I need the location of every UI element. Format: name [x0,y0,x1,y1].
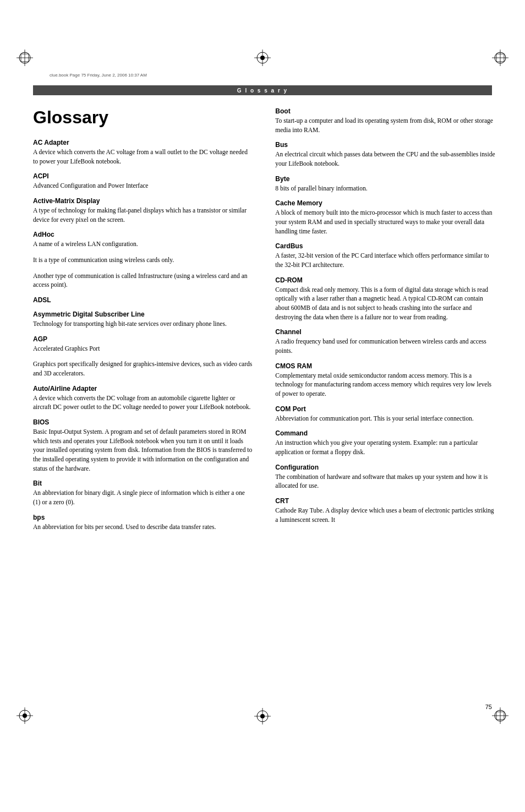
entry-definition: Advanced Configuration and Power Interfa… [33,181,253,190]
reg-mark-bottom-right [492,707,508,724]
glossary-entry: AdHocA name of a wireless LAN configurat… [33,231,253,249]
entry-definition: It is a type of communication using wire… [33,255,253,265]
entry-definition: Abbreviation for communication port. Thi… [275,414,495,423]
glossary-entry: BitAn abbreviation for binary digit. A s… [33,479,253,506]
content-area: Glossary AC AdapterA device which conver… [33,107,492,702]
entry-definition: A faster, 32-bit version of the PC Card … [275,251,495,269]
print-header-text: clue.book Page 75 Friday, June 2, 2006 1… [50,73,147,78]
glossary-entry: Active-Matrix DisplayA type of technolog… [33,197,253,224]
page-number-text: 75 [485,704,492,710]
entry-definition: Cathode Ray Tube. A display device which… [275,506,495,524]
glossary-entry: ConfigurationThe combination of hardware… [275,464,495,491]
entry-term: Configuration [275,464,495,471]
entry-term: ADSL [33,296,253,304]
entry-definition: To start-up a computer and load its oper… [275,116,495,134]
entry-term: CRT [275,497,495,505]
entry-definition: Complementary metal oxide semiconductor … [275,371,495,399]
entry-term: ACPI [33,172,253,180]
entry-definition: 8 bits of parallel binary information. [275,184,495,193]
svg-point-15 [23,713,27,718]
glossary-entry: It is a type of communication using wire… [33,255,253,265]
entry-term: COM Port [275,405,495,413]
entry-definition: Another type of communication is called … [33,271,253,290]
entry-definition: The combination of hardware and software… [275,472,495,491]
entry-term: Boot [275,107,495,115]
glossary-entry: Auto/Airline AdapterA device which conve… [33,385,253,412]
entry-term: Byte [275,175,495,183]
svg-point-11 [260,56,265,60]
entry-term: AC Adapter [33,139,253,146]
entry-term: Bus [275,141,495,149]
glossary-entry: Cache MemoryA block of memory built into… [275,199,495,236]
svg-point-23 [260,714,265,718]
glossary-entry: ADSL [33,296,253,304]
entry-term: BIOS [33,418,253,426]
page-title: Glossary [33,107,253,128]
entry-definition: A device which converts the AC voltage f… [33,148,253,166]
glossary-entry: COM PortAbbreviation for communication p… [275,405,495,423]
entry-term: Cache Memory [275,199,495,207]
print-header: clue.book Page 75 Friday, June 2, 2006 1… [50,73,147,78]
entry-definition: An electrical circuit which passes data … [275,150,495,168]
two-column-layout: Glossary AC AdapterA device which conver… [33,107,492,538]
entry-definition: A radio frequency band used for communic… [275,337,495,355]
right-column: BootTo start-up a computer and load its … [275,107,495,538]
glossary-entry: AC AdapterA device which converts the AC… [33,139,253,166]
glossary-entry: CommandAn instruction which you give you… [275,429,495,456]
entry-term: Auto/Airline Adapter [33,385,253,393]
glossary-entry: Graphics port specifically designed for … [33,359,253,378]
glossary-entry: CD-ROMCompact disk read only memory. Thi… [275,276,495,322]
section-label: G l o s s a r y [237,88,288,94]
reg-mark-top-center [254,50,271,68]
glossary-entry: CardBusA faster, 32-bit version of the P… [275,242,495,269]
entry-term: Asymmetric Digital Subscriber Line [33,310,253,318]
entry-definition: A block of memory built into the micro-p… [275,208,495,236]
glossary-entry: Asymmetric Digital Subscriber LineTechno… [33,310,253,329]
entry-definition: An instruction which you give your opera… [275,438,495,456]
right-entries: BootTo start-up a computer and load its … [275,107,495,524]
entry-term: CD-ROM [275,276,495,284]
glossary-entry: Another type of communication is called … [33,271,253,290]
page-wrapper: clue.book Page 75 Friday, June 2, 2006 1… [0,0,525,812]
reg-mark-top-right [492,50,508,66]
header-bar: G l o s s a r y [33,85,492,95]
entry-term: Bit [33,479,253,487]
glossary-entry: ACPIAdvanced Configuration and Power Int… [33,172,253,190]
entry-definition: An abbreviation for binary digit. A sing… [33,488,253,506]
left-entries: AC AdapterA device which converts the AC… [33,139,253,531]
entry-term: CMOS RAM [275,362,495,370]
entry-term: CardBus [275,242,495,250]
entry-term: AdHoc [33,231,253,238]
entry-term: Command [275,429,495,437]
left-column: Glossary AC AdapterA device which conver… [33,107,253,538]
page-number: 75 [485,704,492,710]
entry-definition: A name of a wireless LAN configuration. [33,239,253,249]
glossary-entry: BusAn electrical circuit which passes da… [275,141,495,168]
reg-mark-bottom-left [17,707,33,724]
glossary-entry: ChannelA radio frequency band used for c… [275,328,495,355]
reg-mark-bottom-center [254,708,271,727]
glossary-entry: Byte8 bits of parallel binary informatio… [275,175,495,193]
entry-definition: Technology for transporting high bit-rat… [33,319,253,329]
entry-definition: Graphics port specifically designed for … [33,359,253,378]
entry-definition: Basic Input-Output System. A program and… [33,427,253,473]
entry-term: AGP [33,335,253,343]
glossary-entry: BIOSBasic Input-Output System. A program… [33,418,253,473]
entry-definition: Compact disk read only memory. This is a… [275,285,495,322]
entry-definition: Accelerated Graphics Port [33,344,253,353]
entry-term: Channel [275,328,495,336]
reg-mark-top-left [17,50,33,66]
glossary-entry: bpsAn abbreviation for bits per second. … [33,514,253,532]
glossary-entry: BootTo start-up a computer and load its … [275,107,495,134]
entry-term: Active-Matrix Display [33,197,253,205]
glossary-entry: AGPAccelerated Graphics Port [33,335,253,353]
glossary-entry: CRTCathode Ray Tube. A display device wh… [275,497,495,524]
entry-definition: An abbreviation for bits per second. Use… [33,522,253,532]
entry-term: bps [33,514,253,521]
entry-definition: A type of technology for making flat-pan… [33,206,253,224]
glossary-entry: CMOS RAMComplementary metal oxide semico… [275,362,495,399]
entry-definition: A device which converts the DC voltage f… [33,394,253,412]
